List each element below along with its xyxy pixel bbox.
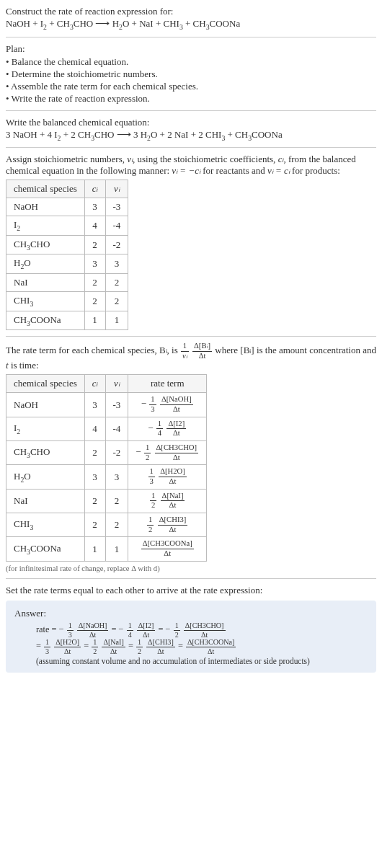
col-species: chemical species	[6, 375, 85, 393]
balanced-equation: 3 NaOH + 4 I2 + 2 CH3CHO ⟶ 3 H2O + 2 NaI…	[6, 128, 376, 142]
rate-table: chemical species cᵢ νᵢ rate term NaOH3-3…	[6, 374, 207, 561]
cell-species: H2O	[6, 254, 85, 274]
text: , using the stoichiometric coefficients,	[133, 154, 278, 164]
table-row: NaOH3-3− 13 Δ[NaOH]Δt	[6, 393, 207, 417]
cell-species: CH3COONa	[6, 537, 85, 561]
table-row: NaI22	[6, 273, 128, 291]
cell-rate-term: − 12 Δ[CH3CHO]Δt	[128, 441, 207, 465]
plan-item: Balance the chemical equation.	[6, 56, 376, 68]
cell-ci: 2	[84, 291, 105, 311]
cell-rate-term: 12 Δ[CHI3]Δt	[128, 513, 207, 537]
table-row: I24-4− 14 Δ[I2]Δt	[6, 417, 207, 440]
final-intro: Set the rate terms equal to each other t…	[6, 585, 376, 596]
cell-nui: 1	[105, 537, 128, 561]
divider	[6, 147, 376, 148]
cell-nui: 2	[105, 273, 128, 291]
cell-nui: 3	[105, 254, 128, 274]
cell-nui: -3	[105, 393, 128, 417]
cell-species: NaOH	[6, 393, 85, 417]
stoich-intro: Assign stoichiometric numbers, νᵢ, using…	[6, 154, 376, 177]
table-row: NaI2212 Δ[NaI]Δt	[6, 489, 207, 513]
table-row: CHI322	[6, 291, 128, 311]
text: The rate term for each chemical species,…	[6, 345, 180, 355]
cell-ci: 2	[84, 513, 105, 537]
table-row: CH3CHO2-2	[6, 235, 128, 254]
col-ci: cᵢ	[84, 180, 105, 198]
text: for reactants and	[200, 165, 267, 176]
relation: νᵢ = −cᵢ	[172, 165, 200, 176]
divider	[6, 336, 376, 337]
cell-nui: -4	[105, 216, 128, 236]
cell-ci: 4	[84, 216, 105, 236]
col-species: chemical species	[6, 180, 85, 198]
plan-item: Determine the stoichiometric numbers.	[6, 68, 376, 80]
cell-rate-term: 12 Δ[NaI]Δt	[128, 489, 207, 513]
col-nui: νᵢ	[105, 375, 128, 393]
cell-species: I2	[6, 417, 85, 440]
cell-nui: 2	[105, 513, 128, 537]
cell-ci: 1	[84, 311, 105, 330]
cell-species: CHI3	[6, 513, 85, 537]
table-row: I24-4	[6, 216, 128, 236]
construct-title: Construct the rate of reaction expressio…	[6, 6, 376, 17]
divider	[6, 37, 376, 37]
nu-i: νᵢ	[127, 154, 133, 164]
balanced-section: Write the balanced chemical equation: 3 …	[6, 117, 376, 142]
cell-nui: 3	[105, 465, 128, 489]
cell-species: NaI	[6, 273, 85, 291]
col-ci: cᵢ	[84, 375, 105, 393]
answer-label: Answer:	[14, 608, 368, 619]
cell-nui: -2	[105, 441, 128, 465]
cell-ci: 3	[84, 254, 105, 274]
text: where [Bᵢ] is the amount concentration a…	[215, 345, 376, 355]
cell-ci: 2	[84, 489, 105, 513]
table-header-row: chemical species cᵢ νᵢ rate term	[6, 375, 207, 393]
text: for products:	[290, 165, 340, 176]
plan-item: Assemble the rate term for each chemical…	[6, 81, 376, 92]
assumption-note: (assuming constant volume and no accumul…	[36, 657, 368, 665]
cell-ci: 2	[84, 235, 105, 254]
unbalanced-equation: NaOH + I2 + CH3CHO ⟶ H2O + NaI + CHI3 + …	[6, 17, 376, 31]
text: is time:	[9, 360, 39, 371]
cell-ci: 3	[84, 393, 105, 417]
cell-species: CH3CHO	[6, 441, 85, 465]
answer-box: Answer: rate = − 13 Δ[NaOH]Δt = − 14 Δ[I…	[6, 601, 376, 673]
cell-ci: 2	[84, 273, 105, 291]
cell-nui: 1	[105, 311, 128, 330]
cell-species: NaOH	[6, 198, 85, 216]
cell-ci: 3	[84, 198, 105, 216]
relation: νᵢ = cᵢ	[267, 165, 290, 176]
cell-species: NaI	[6, 489, 85, 513]
cell-species: I2	[6, 216, 85, 236]
cell-species: CH3COONa	[6, 311, 85, 330]
plan-list: Balance the chemical equation. Determine…	[6, 56, 376, 105]
coeff-frac: 1 νᵢ	[181, 342, 189, 360]
cell-nui: 2	[105, 291, 128, 311]
cell-nui: -2	[105, 235, 128, 254]
stoich-table: chemical species cᵢ νᵢ NaOH3-3I24-4CH3CH…	[6, 180, 128, 330]
divider	[6, 110, 376, 111]
cell-ci: 4	[84, 417, 105, 440]
cell-species: CH3CHO	[6, 235, 85, 254]
table-row: NaOH3-3	[6, 198, 128, 216]
cell-ci: 1	[84, 537, 105, 561]
cell-rate-term: Δ[CH3COONa]Δt	[128, 537, 207, 561]
construct-header: Construct the rate of reaction expressio…	[6, 6, 376, 31]
rate-expression: rate = − 13 Δ[NaOH]Δt = − 14 Δ[I2]Δt = −…	[36, 622, 368, 656]
table-row: CH3CHO2-2− 12 Δ[CH3CHO]Δt	[6, 441, 207, 465]
divider	[6, 578, 376, 579]
cell-nui: 2	[105, 489, 128, 513]
balanced-title: Write the balanced chemical equation:	[6, 117, 376, 128]
cell-rate-term: − 14 Δ[I2]Δt	[128, 417, 207, 440]
cell-ci: 3	[84, 465, 105, 489]
table-row: H2O3313 Δ[H2O]Δt	[6, 465, 207, 489]
col-nui: νᵢ	[105, 180, 128, 198]
cell-species: H2O	[6, 465, 85, 489]
cell-nui: -3	[105, 198, 128, 216]
table-row: CHI32212 Δ[CHI3]Δt	[6, 513, 207, 537]
rate-intro: The rate term for each chemical species,…	[6, 342, 376, 371]
cell-ci: 2	[84, 441, 105, 465]
plan-section: Plan: Balance the chemical equation. Det…	[6, 43, 376, 105]
text: Assign stoichiometric numbers,	[6, 154, 127, 164]
col-rate: rate term	[128, 375, 207, 393]
